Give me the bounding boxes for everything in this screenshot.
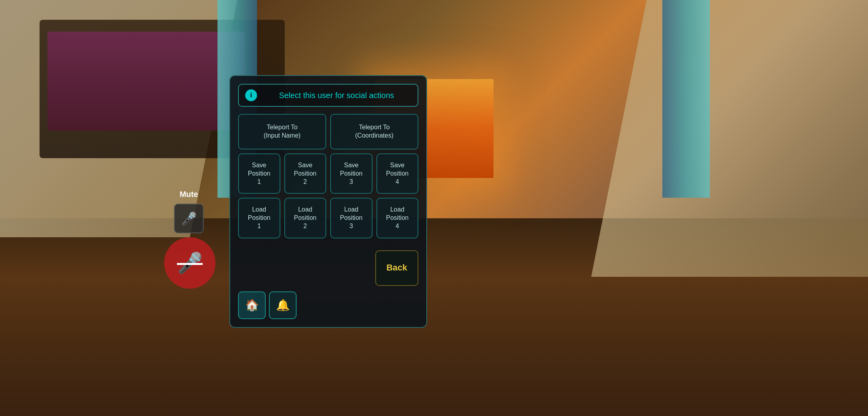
- bed: [47, 32, 245, 130]
- load-position-3-button[interactable]: Load Position 3: [330, 198, 373, 238]
- info-badge: i: [245, 89, 257, 101]
- dialog-title: Select this user for social actions: [262, 91, 411, 100]
- mute-button-small[interactable]: 🎤: [174, 204, 204, 233]
- teleport-coords-button[interactable]: Teleport To (Coordinates): [330, 114, 418, 149]
- save-position-4-button[interactable]: Save Position 4: [376, 153, 419, 194]
- social-actions-dialog: i Select this user for social actions Te…: [229, 75, 427, 328]
- home-icon: 🏠: [245, 299, 259, 312]
- save-position-row: Save Position 1 Save Position 2 Save Pos…: [238, 153, 418, 194]
- load-position-1-button[interactable]: Load Position 1: [238, 198, 280, 238]
- back-row: Back: [238, 250, 418, 286]
- mute-large-button[interactable]: 🎤: [164, 237, 216, 289]
- back-button[interactable]: Back: [375, 250, 418, 286]
- dialog-header: i Select this user for social actions: [238, 84, 418, 107]
- bottom-icons-row: 🏠 🔔: [238, 291, 418, 319]
- teleport-input-name-button[interactable]: Teleport To (Input Name): [238, 114, 326, 149]
- save-position-1-button[interactable]: Save Position 1: [238, 153, 280, 194]
- mute-large-icon: 🎤: [177, 251, 203, 275]
- save-position-3-button[interactable]: Save Position 3: [330, 153, 373, 194]
- bell-button[interactable]: 🔔: [269, 291, 297, 319]
- load-position-4-button[interactable]: Load Position 4: [376, 198, 419, 238]
- save-position-2-button[interactable]: Save Position 2: [284, 153, 327, 194]
- load-position-2-button[interactable]: Load Position 2: [284, 198, 327, 238]
- mute-mic-icon: 🎤: [181, 211, 197, 226]
- curtain-right: [662, 0, 710, 198]
- teleport-row: Teleport To (Input Name) Teleport To (Co…: [238, 114, 418, 149]
- mute-label: Mute: [180, 190, 198, 199]
- mute-container: Mute 🎤: [174, 190, 204, 233]
- bell-icon: 🔔: [276, 299, 290, 312]
- home-button[interactable]: 🏠: [238, 291, 266, 319]
